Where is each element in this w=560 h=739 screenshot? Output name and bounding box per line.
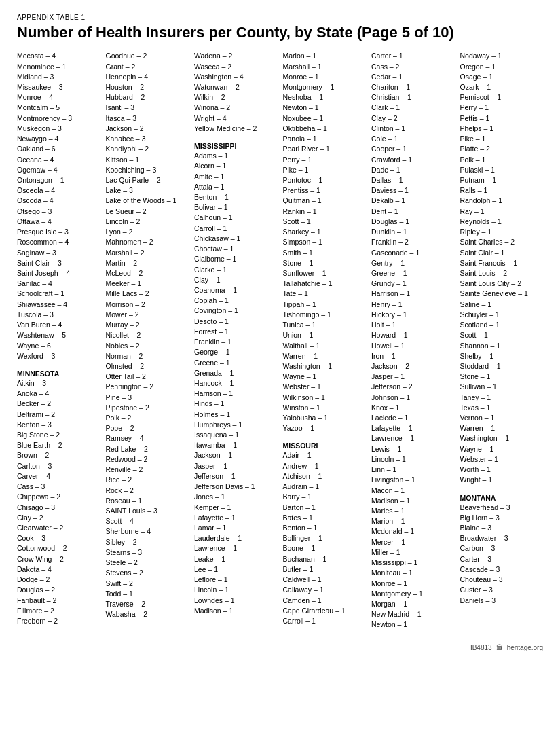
list-item: Randolph – 1 <box>460 196 544 206</box>
list-item: Covington – 1 <box>194 306 278 316</box>
list-item: Winston – 1 <box>283 403 367 413</box>
list-item: Mecosta – 4 <box>17 51 100 61</box>
list-item: Kemper – 1 <box>194 503 278 513</box>
list-item: Sharkey – 1 <box>283 227 367 237</box>
list-item: Washington – 1 <box>460 433 544 444</box>
list-item: Webster – 1 <box>283 382 367 392</box>
list-item: Harrison – 1 <box>194 389 278 399</box>
list-item: Laclede – 1 <box>371 413 455 423</box>
list-item: Atchison – 1 <box>283 471 367 482</box>
list-item: Broadwater – 3 <box>460 533 544 543</box>
list-item: Reynolds – 1 <box>460 217 544 227</box>
list-item: Aitkin – 3 <box>17 378 100 389</box>
list-item: Forrest – 1 <box>194 327 278 337</box>
list-item: Warren – 1 <box>460 423 544 433</box>
list-item: Pennington – 2 <box>106 382 189 392</box>
column-6: Nodaway – 1Oregon – 1Osage – 1Ozark – 1P… <box>460 51 544 630</box>
list-item: Saint Clair – 3 <box>17 258 100 268</box>
list-item: Boone – 1 <box>283 543 367 554</box>
list-item: Union – 1 <box>283 330 367 340</box>
list-item: Pine – 3 <box>106 393 189 403</box>
appendix-label: APPENDIX TABLE 1 <box>17 14 543 21</box>
list-item: Shelby – 1 <box>460 351 544 361</box>
list-item: Meeker – 1 <box>106 278 189 289</box>
list-item: Saint Louis City – 2 <box>460 278 544 289</box>
list-item: Kanabec – 3 <box>106 134 189 144</box>
list-item: Bollinger – 1 <box>283 533 367 543</box>
column-1: Mecosta – 4Menominee – 1Midland – 3Missa… <box>17 51 106 630</box>
list-item: Chickasaw – 1 <box>194 234 278 244</box>
list-item: Franklin – 1 <box>194 337 278 347</box>
list-item: Murray – 2 <box>106 320 189 330</box>
list-item: Claiborne – 1 <box>194 254 278 264</box>
list-item: Mahnomen – 2 <box>106 237 189 247</box>
list-item: Andrew – 1 <box>283 461 367 471</box>
list-item: Kandiyohi – 2 <box>106 144 189 154</box>
list-item: Leflore – 1 <box>194 575 278 585</box>
list-item: Dent – 1 <box>371 206 455 217</box>
list-item: Monroe – 1 <box>371 579 455 589</box>
list-item: Carlton – 3 <box>17 461 100 471</box>
list-item: Prentiss – 1 <box>283 185 367 196</box>
column-2: Goodhue – 2Grant – 2Hennepin – 4Houston … <box>106 51 195 630</box>
list-item: Wright – 4 <box>194 113 278 124</box>
list-item: Washtenaw – 5 <box>17 330 100 340</box>
list-item: Houston – 2 <box>106 82 189 92</box>
list-item: Benton – 1 <box>283 523 367 533</box>
list-item: Jasper – 1 <box>371 372 455 382</box>
list-item: Rice – 2 <box>106 475 189 485</box>
list-item: Saint Louis – 2 <box>460 268 544 278</box>
list-item: Clark – 1 <box>371 103 455 113</box>
list-item: Panola – 1 <box>283 134 367 144</box>
list-item: Warren – 1 <box>283 351 367 361</box>
list-item: Holt – 1 <box>371 320 455 330</box>
list-item: Crawford – 1 <box>371 155 455 165</box>
list-item: Chouteau – 3 <box>460 575 544 585</box>
list-item: Henry – 1 <box>371 300 455 310</box>
list-item: Bolivar – 1 <box>194 202 278 213</box>
list-item: Hinds – 1 <box>194 399 278 409</box>
list-item: Muskegon – 3 <box>17 124 100 134</box>
list-item: Missaukee – 3 <box>17 82 100 92</box>
list-item: Quitman – 1 <box>283 196 367 206</box>
list-item: Roscommon – 4 <box>17 237 100 247</box>
list-item: Faribault – 2 <box>17 596 100 606</box>
state-header: MISSOURI <box>283 441 367 450</box>
list-item: Newaygo – 4 <box>17 134 100 144</box>
list-item: Sainte Genevieve – 1 <box>460 289 544 299</box>
list-item: Oregon – 1 <box>460 62 544 72</box>
heritage-icon: 🏛 <box>496 644 503 651</box>
list-item: Buchanan – 1 <box>283 554 367 564</box>
list-item: Fillmore – 2 <box>17 606 100 616</box>
list-item: Traverse – 2 <box>106 599 189 609</box>
list-item: Steele – 2 <box>106 558 189 568</box>
content-columns: Mecosta – 4Menominee – 1Midland – 3Missa… <box>17 51 543 630</box>
list-item: Ripley – 1 <box>460 227 544 237</box>
list-item: Cottonwood – 2 <box>17 543 100 554</box>
list-item: Hancock – 1 <box>194 378 278 389</box>
list-item: Montmorency – 3 <box>17 113 100 124</box>
list-item: Harrison – 1 <box>371 289 455 299</box>
list-item: Gentry – 1 <box>371 258 455 268</box>
list-item: Washington – 4 <box>194 72 278 82</box>
list-item: Saline – 1 <box>460 300 544 310</box>
list-item: Chariton – 1 <box>371 82 455 92</box>
list-item: Watonwan – 2 <box>194 82 278 92</box>
list-item: Neshoba – 1 <box>283 92 367 103</box>
list-item: SAINT Louis – 3 <box>106 506 189 516</box>
list-item: Anoka – 4 <box>17 389 100 399</box>
list-item: Grant – 2 <box>106 62 189 72</box>
list-item: Iron – 1 <box>371 351 455 361</box>
list-item: Red Lake – 2 <box>106 444 189 454</box>
list-item: Smith – 1 <box>283 248 367 258</box>
list-item: Morrison – 2 <box>106 300 189 310</box>
list-item: Brown – 2 <box>17 450 100 461</box>
list-item: Cook – 3 <box>17 533 100 543</box>
list-item: Blaine – 3 <box>460 523 544 533</box>
list-item: Humphreys – 1 <box>194 420 278 430</box>
list-item: Saint Joseph – 4 <box>17 268 100 278</box>
list-item: Becker – 2 <box>17 399 100 409</box>
list-item: Wexford – 3 <box>17 351 100 361</box>
list-item: Washington – 1 <box>283 361 367 372</box>
list-item: Swift – 2 <box>106 579 189 589</box>
